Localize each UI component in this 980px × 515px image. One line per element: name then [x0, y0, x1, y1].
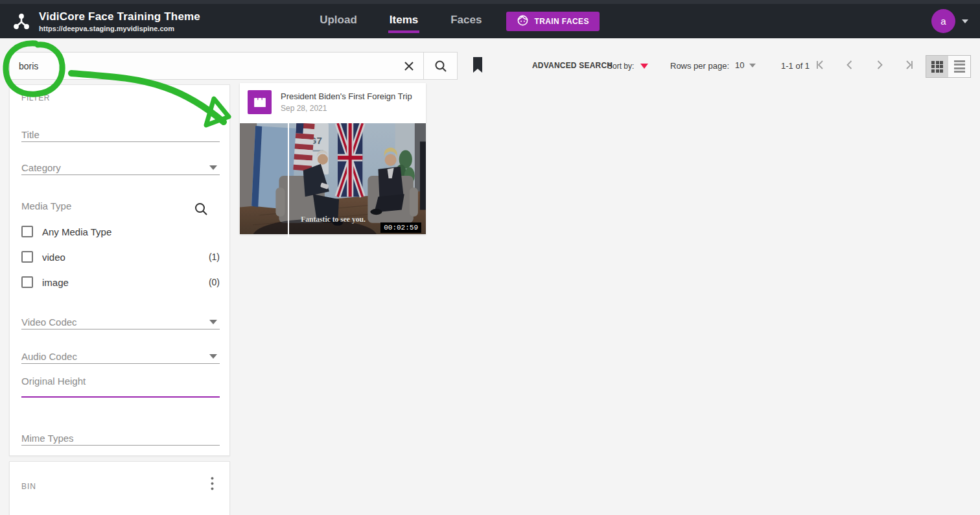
chevron-right-icon — [872, 58, 887, 72]
video-codec-underline — [21, 329, 220, 329]
filter-heading: FILTER — [21, 93, 50, 102]
filter-audio-codec-select[interactable]: Audio Codec — [21, 351, 77, 362]
train-faces-label: TRAIN FACES — [534, 17, 589, 26]
checkbox-icon[interactable] — [21, 251, 33, 263]
advanced-search-link[interactable]: ADVANCED SEARCH — [532, 61, 612, 70]
filter-original-height-input[interactable]: Original Height — [21, 376, 86, 387]
grid-view-button[interactable] — [926, 56, 948, 77]
chevron-down-icon[interactable] — [209, 320, 217, 324]
filter-category-select[interactable]: Category — [21, 162, 61, 173]
bin-panel: BIN — [9, 461, 230, 515]
checkbox-count: (0) — [209, 277, 220, 287]
rows-per-page-value: 10 — [735, 60, 744, 70]
chevron-down-icon — [749, 64, 756, 67]
nav-items[interactable]: Items — [388, 8, 419, 34]
movie-icon — [248, 90, 272, 114]
list-view-icon — [954, 60, 965, 73]
pagination-controls — [812, 58, 917, 73]
chevron-down-icon[interactable] — [209, 165, 217, 170]
train-faces-button[interactable]: TRAIN FACES — [506, 12, 599, 31]
media-type-search-icon[interactable] — [193, 201, 209, 217]
chevron-left-icon — [843, 58, 857, 72]
result-card-header: President Biden's First Foreign Trip Sep… — [240, 83, 426, 121]
result-title: President Biden's First Foreign Trip — [281, 91, 412, 101]
checkbox-label: video — [42, 252, 65, 263]
first-page-button[interactable] — [812, 58, 828, 73]
filter-mime-types-input[interactable]: Mime Types — [21, 433, 74, 444]
checkbox-image[interactable]: image (0) — [21, 276, 220, 288]
subtitle-caption: Fantastic to see you. — [301, 215, 366, 224]
sort-by-label: Sort by: — [607, 62, 634, 71]
playhead-marker[interactable] — [288, 120, 289, 237]
nav-faces[interactable]: Faces — [449, 8, 483, 34]
save-search-button[interactable] — [469, 56, 486, 75]
audio-codec-underline — [21, 363, 220, 364]
account-menu[interactable]: a — [931, 9, 968, 33]
last-page-button[interactable] — [902, 58, 917, 73]
original-height-underline — [21, 396, 220, 398]
category-underline — [21, 174, 220, 175]
search-toolbar: ADVANCED SEARCH Sort by: Rows per page: … — [0, 38, 980, 80]
checkbox-label: Any Media Type — [42, 226, 111, 237]
title-underline — [21, 141, 220, 142]
video-thumbnail[interactable]: G7 — [240, 123, 426, 234]
chevron-down-icon[interactable] — [962, 19, 968, 23]
bookmark-icon — [471, 56, 485, 73]
brand: VidiCore Face Training Theme https://dee… — [39, 10, 200, 32]
mime-types-underline — [21, 445, 220, 446]
first-page-icon — [813, 58, 827, 72]
checkbox-any-media-type[interactable]: Any Media Type — [21, 226, 220, 237]
checkbox-icon[interactable] — [21, 276, 33, 288]
sort-by-dropdown[interactable]: Sort by: — [607, 62, 648, 71]
app-logo-icon — [12, 12, 31, 31]
filter-title-input[interactable]: Title — [21, 129, 40, 140]
pagination-range: 1-1 of 1 — [781, 61, 810, 71]
last-page-icon — [902, 58, 916, 72]
avatar[interactable]: a — [931, 9, 955, 33]
checkbox-icon[interactable] — [21, 226, 33, 237]
search-icon — [434, 59, 448, 73]
rows-per-page-label: Rows per page: — [670, 61, 729, 71]
clear-search-button[interactable] — [395, 53, 423, 79]
list-view-button[interactable] — [948, 56, 970, 77]
chevron-down-icon[interactable] — [209, 354, 217, 359]
sort-caret-icon — [640, 64, 648, 69]
app-url: https://deepva.staging.myvidispine.com — [39, 25, 200, 32]
filter-video-codec-select[interactable]: Video Codec — [21, 317, 77, 328]
prev-page-button[interactable] — [842, 58, 858, 73]
checkbox-video[interactable]: video (1) — [21, 251, 220, 263]
result-meta: President Biden's First Foreign Trip Sep… — [281, 90, 412, 113]
search-input[interactable] — [10, 53, 395, 79]
main-nav: Upload Items Faces — [318, 8, 483, 34]
face-icon — [517, 14, 529, 29]
checkbox-count: (1) — [209, 252, 220, 262]
search-box — [9, 52, 424, 80]
checkbox-label: image — [42, 277, 69, 288]
result-card[interactable]: President Biden's First Foreign Trip Sep… — [240, 83, 426, 234]
bin-menu-button[interactable] — [204, 475, 220, 492]
grid-view-icon — [931, 61, 943, 73]
filter-panel: FILTER Title Category Media Type Any Med… — [9, 84, 230, 456]
duration-badge: 00:02:59 — [380, 222, 421, 233]
view-toggle — [926, 55, 971, 78]
next-page-button[interactable] — [872, 58, 887, 73]
app-header: VidiCore Face Training Theme https://dee… — [0, 4, 980, 38]
result-date: Sep 28, 2021 — [281, 104, 412, 113]
app-title: VidiCore Face Training Theme — [39, 10, 200, 23]
nav-upload[interactable]: Upload — [318, 8, 358, 34]
media-type-label: Media Type — [21, 200, 71, 211]
search-submit-button[interactable] — [424, 52, 458, 80]
bin-heading: BIN — [21, 482, 36, 491]
rows-per-page-select[interactable]: 10 — [735, 60, 756, 70]
kebab-menu-icon — [211, 477, 214, 490]
close-icon — [403, 60, 415, 72]
